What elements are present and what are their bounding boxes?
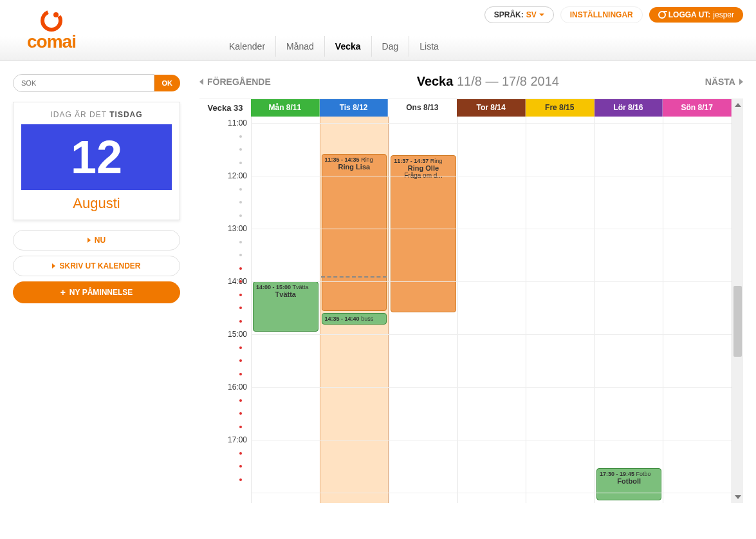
day-column[interactable]: 11:35 - 14:35 RingRing Lisa14:35 - 14:40… — [320, 117, 389, 503]
hour-label: 16:00 — [228, 383, 247, 392]
quarter-dot — [239, 188, 242, 191]
quarter-dot — [239, 307, 242, 309]
caret-down-icon — [539, 14, 544, 16]
quarter-dot — [239, 135, 242, 138]
today-card: IDAG ÄR DET TISDAG 12 Augusti — [13, 102, 180, 220]
quarter-dot — [239, 294, 242, 296]
calendar-event[interactable]: 14:00 - 15:00 TvättaTvätta — [253, 281, 318, 332]
print-calendar-button[interactable]: SKRIV UT KALENDER — [13, 256, 180, 276]
hour-label: 14:00 — [228, 277, 247, 286]
quarter-dot — [239, 346, 242, 349]
tab-month[interactable]: Månad — [276, 36, 325, 57]
quarter-dot — [239, 267, 242, 270]
quarter-dot — [239, 426, 242, 428]
today-month: Augusti — [21, 190, 172, 212]
hour-label: 17:00 — [228, 435, 247, 444]
triangle-down-icon — [735, 495, 741, 499]
scroll-down-button[interactable] — [732, 491, 743, 503]
hour-label: 11:00 — [228, 118, 247, 128]
logout-icon — [658, 11, 666, 19]
quarter-dot — [239, 280, 242, 283]
day-column[interactable] — [457, 117, 526, 503]
quarter-dot — [239, 320, 242, 323]
chevron-right-icon — [739, 79, 743, 85]
prev-week-button[interactable]: FÖREGÅENDE — [199, 77, 271, 87]
day-header[interactable]: Mån 8/11 — [251, 99, 320, 117]
new-reminder-button[interactable]: + NY PÅMINNELSE — [13, 281, 180, 303]
day-header[interactable]: Sön 8/17 — [663, 99, 732, 117]
calendar-event[interactable]: 17:30 - 19:45 FotboFotboll — [596, 468, 662, 500]
vertical-scrollbar[interactable] — [732, 99, 743, 503]
settings-link[interactable]: INSTÄLLNINGAR — [560, 6, 643, 23]
quarter-dot — [239, 162, 242, 164]
logo-text: comai — [27, 32, 76, 52]
chevron-right-icon — [52, 263, 55, 269]
next-week-button[interactable]: NÄSTA — [705, 77, 743, 87]
quarter-dot — [239, 359, 242, 362]
day-header[interactable]: Lör 8/16 — [595, 99, 663, 117]
scroll-thumb[interactable] — [733, 286, 742, 357]
calendar-event[interactable]: 11:35 - 14:35 RingRing Lisa — [322, 154, 387, 311]
today-day-number: 12 — [21, 124, 172, 190]
day-column[interactable]: 14:00 - 15:00 TvättaTvätta — [251, 117, 320, 503]
day-column[interactable]: 17:30 - 19:45 FotboFotboll — [595, 117, 663, 503]
quarter-dot — [239, 241, 242, 243]
svg-point-1 — [53, 12, 59, 17]
calendar-event[interactable]: 14:35 - 14:40 buss — [322, 313, 387, 325]
quarter-dot — [239, 412, 242, 415]
day-column[interactable] — [663, 117, 732, 503]
tab-day[interactable]: Dag — [372, 36, 410, 57]
tab-calendar[interactable]: Kalender — [219, 36, 276, 57]
logo-mark-icon — [41, 10, 62, 32]
now-button[interactable]: NU — [13, 230, 180, 251]
hour-label: 15:00 — [228, 330, 247, 339]
day-header[interactable]: Ons 8/13 — [388, 99, 457, 117]
quarter-dot — [239, 478, 242, 481]
quarter-dot — [239, 148, 242, 151]
hour-label: 12:00 — [228, 171, 247, 180]
tab-week[interactable]: Vecka — [325, 36, 372, 57]
quarter-dot — [239, 214, 242, 217]
chevron-right-icon — [88, 238, 91, 243]
plus-icon: + — [60, 287, 66, 298]
logo: comai — [13, 6, 90, 52]
quarter-dot — [239, 201, 242, 203]
day-column[interactable] — [526, 117, 595, 503]
current-time-indicator — [321, 276, 387, 278]
search-input[interactable] — [13, 74, 154, 92]
quarter-dot — [239, 452, 242, 455]
day-header[interactable]: Tis 8/12 — [320, 99, 389, 117]
quarter-dot — [239, 399, 242, 402]
triangle-up-icon — [735, 103, 741, 107]
day-column[interactable]: 11:37 - 14:37 RingRing OlleFråga om d... — [389, 117, 457, 503]
week-title: Vecka 11/8 — 17/8 2014 — [417, 74, 559, 89]
scroll-up-button[interactable] — [732, 99, 743, 111]
chevron-left-icon — [199, 79, 203, 85]
calendar-event[interactable]: 11:37 - 14:37 RingRing OlleFråga om d... — [391, 155, 456, 312]
quarter-dot — [239, 254, 242, 256]
week-number: Vecka 33 — [199, 99, 251, 117]
language-selector[interactable]: SPRÅK: SV — [484, 6, 554, 23]
view-tabs: Kalender Månad Vecka Dag Lista — [219, 36, 449, 57]
hour-label: 13:00 — [228, 224, 247, 233]
day-header[interactable]: Tor 8/14 — [457, 99, 526, 117]
tab-list[interactable]: Lista — [409, 36, 449, 57]
search-button[interactable]: OK — [154, 75, 181, 91]
quarter-dot — [239, 373, 242, 375]
logout-button[interactable]: LOGGA UT: jesper — [649, 7, 743, 23]
day-header[interactable]: Fre 8/15 — [526, 99, 595, 117]
quarter-dot — [239, 465, 242, 468]
